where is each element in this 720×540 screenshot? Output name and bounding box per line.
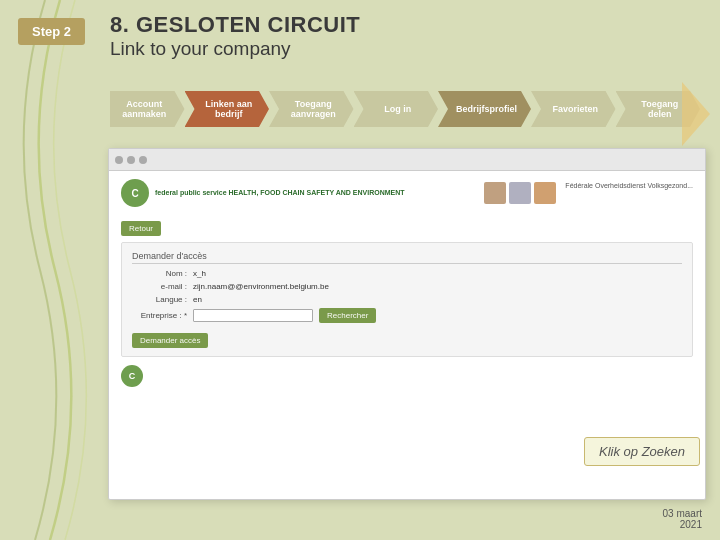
federal-header: C federal public service HEALTH, FOOD CH… xyxy=(121,179,693,207)
browser-topbar xyxy=(109,149,705,171)
step-item-toegang-aanvragen: Toegang aanvragen xyxy=(269,91,354,127)
entreprise-input[interactable] xyxy=(193,309,313,322)
browser-dot-2 xyxy=(127,156,135,164)
step-item-linken: Linken aan bedrijf xyxy=(185,91,270,127)
step-item-account: Account aanmaken xyxy=(110,91,185,127)
federal-logo: C federal public service HEALTH, FOOD CH… xyxy=(121,179,405,207)
label-nom: Nom : xyxy=(132,269,187,278)
avatar-1 xyxy=(484,182,506,204)
browser-content: C federal public service HEALTH, FOOD CH… xyxy=(109,171,705,395)
progress-arrow xyxy=(682,82,710,146)
avatar-3 xyxy=(534,182,556,204)
browser-dot-3 xyxy=(139,156,147,164)
demander-acces-button[interactable]: Demander accès xyxy=(132,333,208,348)
step-item-login: Log in xyxy=(354,91,439,127)
decorative-curves xyxy=(0,0,100,540)
value-langue: en xyxy=(193,295,202,304)
page-title-main: 8. GESLOTEN CIRCUIT xyxy=(110,12,700,38)
step-badge: Step 2 xyxy=(18,18,85,45)
date-line2: 2021 xyxy=(663,519,702,530)
logo-circle: C xyxy=(121,179,149,207)
value-nom: x_h xyxy=(193,269,206,278)
form-section: Demander d'accès Nom : x_h e-mail : zijn… xyxy=(121,242,693,357)
bottom-logo-circle: C xyxy=(121,365,143,387)
form-row-nom: Nom : x_h xyxy=(132,269,682,278)
browser-dot-1 xyxy=(115,156,123,164)
avatar-2 xyxy=(509,182,531,204)
value-email: zijn.naam@@environment.belgium.be xyxy=(193,282,329,291)
fed-tagline: Fédérale Overheidsdienst Volksgezond... xyxy=(565,182,693,204)
label-langue: Langue : xyxy=(132,295,187,304)
header-right: Fédérale Overheidsdienst Volksgezond... xyxy=(484,182,693,204)
logo-text: federal public service HEALTH, FOOD CHAI… xyxy=(155,188,405,197)
date-line1: 03 maart xyxy=(663,508,702,519)
steps-bar: Account aanmakenLinken aan bedrijfToegan… xyxy=(110,88,700,130)
label-entreprise: Entreprise : * xyxy=(132,311,187,320)
form-section-title: Demander d'accès xyxy=(132,251,682,264)
rechercher-button[interactable]: Rechercher xyxy=(319,308,376,323)
title-area: 8. GESLOTEN CIRCUIT Link to your company xyxy=(110,12,700,60)
page-title-sub: Link to your company xyxy=(110,38,700,60)
step-item-favorieten: Favorieten xyxy=(531,91,616,127)
form-row-email: e-mail : zijn.naam@@environment.belgium.… xyxy=(132,282,682,291)
date-stamp: 03 maart 2021 xyxy=(663,508,702,530)
retour-button[interactable]: Retour xyxy=(121,221,161,236)
callout-zoeken: Klik op Zoeken xyxy=(584,437,700,466)
label-email: e-mail : xyxy=(132,282,187,291)
step-item-bedrijfsprofiel: Bedrijfsprofiel xyxy=(438,91,531,127)
form-row-entreprise[interactable]: Entreprise : * Rechercher xyxy=(132,308,682,323)
form-row-langue: Langue : en xyxy=(132,295,682,304)
